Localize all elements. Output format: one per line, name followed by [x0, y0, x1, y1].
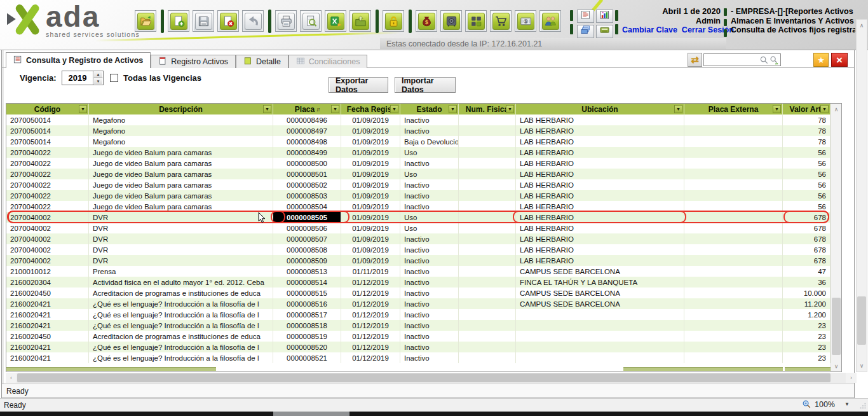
lock-button[interactable] — [383, 10, 404, 32]
scroll-left-icon[interactable]: ‹ — [6, 373, 17, 383]
vertical-scroll-thumb[interactable] — [832, 298, 841, 355]
page-scroll-thumb[interactable] — [857, 296, 866, 345]
search-go-icon[interactable] — [770, 55, 779, 65]
import-data-button[interactable]: Importar Datos — [395, 77, 456, 93]
column-header-estado[interactable]: Estado▼ — [400, 104, 459, 114]
chart-button[interactable] — [596, 10, 613, 23]
column-header-placa-externa[interactable]: Placa Externa▼ — [684, 104, 783, 114]
table-row[interactable]: 2070050014Megafono000000849601/09/2019In… — [6, 114, 831, 125]
favorite-button[interactable]: ★ — [813, 53, 829, 67]
table-row[interactable]: 2160020421¿Qué es el lenguaje? Introducc… — [6, 320, 831, 331]
table-row[interactable]: 2160020421¿Qué es el lenguaje? Introducc… — [6, 342, 831, 352]
table-row[interactable]: 2070040002DVR000000850501/09/2019UsoLAB … — [6, 212, 831, 223]
table-row[interactable]: 2070040022Juego de video Balum para cama… — [6, 201, 831, 212]
page-scroll-up-icon[interactable]: ∧ — [857, 20, 867, 31]
tab-conciliaciones[interactable]: Conciliaciones — [288, 55, 368, 68]
filter-dropdown-icon[interactable]: ▼ — [390, 105, 398, 113]
open-button[interactable] — [135, 10, 156, 32]
table-row[interactable]: 2160020450Acreditacion de programas e in… — [6, 331, 831, 342]
table-row[interactable]: 2070040002DVR000000850601/09/2019UsoLAB … — [6, 223, 831, 233]
page-icon — [243, 57, 252, 67]
grid-rows: 2070050014Megafono000000849601/09/2019In… — [6, 114, 831, 363]
scroll-down-icon[interactable]: ∨ — [831, 361, 841, 371]
modules-button[interactable] — [465, 10, 487, 32]
table-cell — [516, 331, 684, 342]
preview-button[interactable] — [300, 10, 322, 32]
table-row[interactable]: 2070050014Megafono000000849701/09/2019In… — [6, 125, 831, 136]
delete-button[interactable] — [217, 10, 239, 32]
table-row[interactable]: 2070050014Megafono000000849801/09/2019Ba… — [6, 136, 831, 147]
spin-up-button[interactable]: ▲ — [93, 71, 103, 78]
column-header-fecha-regist[interactable]: Fecha Regist▼ — [341, 104, 400, 114]
filter-dropdown-icon[interactable]: ▼ — [820, 105, 829, 113]
new-button[interactable] — [168, 10, 189, 32]
column-header-placa[interactable]: Placa↓↑▼ — [273, 104, 341, 114]
export-data-button[interactable]: Exportar Datos — [329, 77, 388, 93]
vigencia-input[interactable] — [62, 71, 93, 85]
change-password-link[interactable]: Cambiar Clave — [622, 25, 677, 34]
table-row[interactable]: 2160020421¿Qué es el lenguaje? Introducc… — [6, 309, 831, 320]
filter-dropdown-icon[interactable]: ▼ — [449, 105, 457, 113]
filter-dropdown-icon[interactable]: ▼ — [331, 105, 339, 113]
table-row[interactable]: 2160020304Actividad fisica en el adulto … — [6, 277, 831, 288]
undo-button[interactable] — [242, 10, 264, 32]
tab-consulta-y-registro-de-activos[interactable]: Consulta y Registro de Activos — [6, 52, 151, 68]
page-scroll-down-icon[interactable]: ∨ — [857, 360, 867, 371]
print-button[interactable] — [275, 10, 297, 32]
table-row[interactable]: 2070040002DVR000000850701/09/2019Inactiv… — [6, 233, 831, 244]
users-button[interactable] — [539, 10, 561, 32]
cart-button[interactable] — [490, 10, 512, 32]
search-icon[interactable] — [759, 55, 769, 65]
money-button[interactable]: $ — [416, 10, 437, 32]
table-row[interactable]: 2070040022Juego de video Balum para cama… — [6, 190, 831, 201]
table-cell: DVR — [89, 233, 273, 244]
scroll-right-icon[interactable]: › — [846, 373, 857, 383]
table-row[interactable]: 2070040022Juego de video Balum para cama… — [6, 179, 831, 190]
table-row[interactable]: 2070040022Juego de video Balum para cama… — [6, 169, 831, 179]
zoom-control[interactable]: 100% ▼ — [802, 399, 850, 409]
filter-dropdown-icon[interactable]: ▼ — [79, 105, 87, 113]
filter-dropdown-icon[interactable]: ▼ — [506, 105, 514, 113]
tab-detalle[interactable]: Detalle — [236, 55, 288, 68]
table-row[interactable]: 2160020421¿Qué es el lenguaje? Introducc… — [6, 352, 831, 363]
resize-grip[interactable] — [859, 402, 867, 410]
table-cell: 01/09/2019 — [341, 255, 400, 266]
filter-dropdown-icon[interactable]: ▼ — [773, 105, 781, 113]
excel-export-button[interactable] — [325, 10, 346, 32]
filter-dropdown-icon[interactable]: ▼ — [674, 105, 682, 113]
table-cell: 01/12/2019 — [341, 331, 400, 342]
tab-registro-activos[interactable]: Registro Activos — [151, 55, 236, 68]
grid-vertical-scrollbar[interactable]: ∧ ∨ — [831, 104, 841, 371]
horizontal-scroll-thumb[interactable] — [17, 373, 831, 382]
filter-dropdown-icon[interactable]: ▼ — [263, 105, 271, 113]
spin-down-button[interactable]: ▼ — [93, 78, 103, 85]
column-header-valor-arti[interactable]: Valor Arti▼ — [783, 104, 831, 114]
billing-button[interactable]: $ — [515, 10, 536, 32]
table-row[interactable]: 2070040002DVR000000850901/09/2019Inactiv… — [6, 255, 831, 266]
table-row[interactable]: 2070040022Juego de video Balum para cama… — [6, 158, 831, 169]
windows-button[interactable] — [577, 25, 594, 38]
search-input[interactable] — [704, 55, 759, 65]
zoom-caret-icon[interactable]: ▼ — [844, 401, 850, 407]
column-header-ubicaci-n[interactable]: Ubicación▼ — [516, 104, 684, 114]
grid-horizontal-scrollbar[interactable]: ‹ › — [6, 373, 857, 383]
table-cell: 0000008506 — [273, 223, 341, 233]
import-button[interactable] — [349, 10, 371, 32]
table-row[interactable]: 2160020450Acreditacion de programas e in… — [6, 288, 831, 298]
table-row[interactable]: 2160020421¿Qué es el lenguaje? Introducc… — [6, 298, 831, 309]
close-button[interactable]: × — [831, 53, 848, 67]
table-row[interactable]: 2070040002DVR000000850801/09/2019Inactiv… — [6, 244, 831, 255]
table-row[interactable]: 2070040022Juego de video Balum para cama… — [6, 147, 831, 158]
scroll-up-icon[interactable]: ∧ — [831, 104, 841, 114]
column-header-num-fisica[interactable]: Num. Fisica▼ — [459, 104, 516, 114]
column-header-descripci-n[interactable]: Descripción▼ — [89, 104, 273, 114]
refresh-button[interactable]: ⇄ — [688, 53, 702, 67]
table-row[interactable]: 2100010012Prensa000000851301/11/2019Inac… — [6, 266, 831, 277]
calculator-button[interactable] — [596, 25, 613, 38]
page-vertical-scrollbar[interactable]: ∧ ∨ — [856, 19, 867, 372]
column-header-c-digo[interactable]: Código▼ — [6, 104, 89, 114]
todas-vigencias-checkbox[interactable] — [110, 74, 118, 82]
save-button[interactable] — [193, 10, 214, 32]
form-button[interactable] — [577, 10, 594, 23]
vault-button[interactable] — [440, 10, 462, 32]
